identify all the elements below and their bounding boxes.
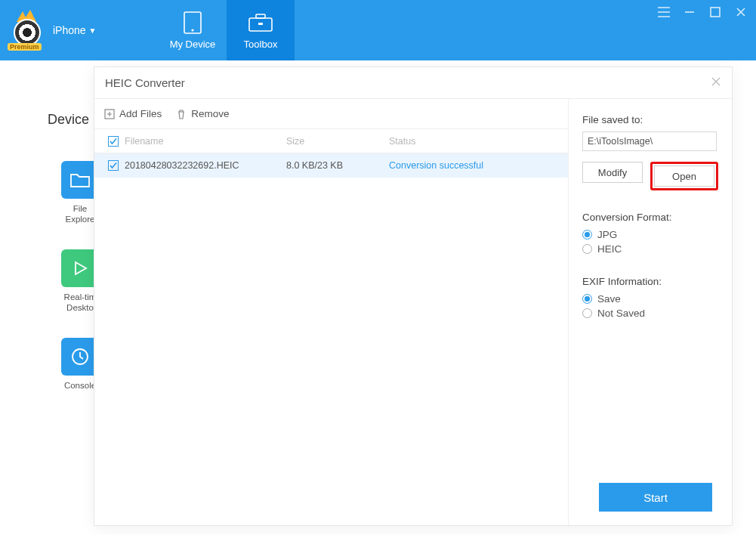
svg-rect-3	[256, 14, 265, 18]
device-name: iPhone	[53, 24, 86, 36]
briefcase-icon	[247, 11, 274, 34]
table-row[interactable]: 20180428032232692.HEIC 8.0 KB/23 KB Conv…	[94, 153, 568, 178]
svg-rect-5	[711, 8, 720, 17]
menu-icon[interactable]	[656, 5, 671, 20]
open-button[interactable]: Open	[654, 165, 714, 187]
col-filename: Filename	[123, 136, 286, 147]
dialog-toolbar: Add Files Remove	[94, 99, 568, 129]
window-controls	[656, 5, 748, 20]
col-status: Status	[389, 136, 568, 147]
dialog-title: HEIC Converter	[94, 67, 732, 99]
select-all-checkbox[interactable]	[108, 136, 119, 147]
svg-point-1	[191, 29, 193, 31]
table-header: Filename Size Status	[94, 129, 568, 153]
button-label: Remove	[191, 108, 229, 119]
add-files-button[interactable]: Add Files	[103, 108, 162, 119]
radio-exif-save[interactable]: Save	[582, 293, 721, 305]
dialog-left-pane: Add Files Remove Filename Size Status	[94, 99, 569, 525]
saved-to-label: File saved to:	[582, 114, 721, 125]
maximize-icon[interactable]	[708, 5, 723, 20]
tile-label: Real-tim Deskto	[64, 292, 97, 314]
dialog-right-pane: File saved to: E:\iTooIsImage\ Modify Op…	[569, 99, 732, 525]
path-buttons: Modify Open	[582, 162, 721, 190]
nav-tabs: My Device Toolbox	[159, 0, 295, 60]
start-button[interactable]: Start	[599, 483, 712, 512]
tile-label: File Explore	[66, 203, 95, 225]
col-size: Size	[286, 136, 389, 147]
close-icon[interactable]	[711, 75, 721, 91]
logo-area: Premium iPhone ▼	[0, 0, 159, 60]
conversion-format-section: Conversion Format: JPG HEIC	[582, 212, 721, 255]
row-checkbox[interactable]	[108, 160, 119, 171]
radio-heic[interactable]: HEIC	[582, 243, 721, 255]
tab-label: My Device	[170, 39, 216, 50]
modify-button[interactable]: Modify	[582, 162, 643, 183]
button-label: Add Files	[119, 108, 162, 119]
tile-label: Console	[64, 380, 96, 391]
tab-my-device[interactable]: My Device	[159, 0, 227, 60]
cell-filename: 20180428032232692.HEIC	[123, 160, 286, 171]
radio-exif-not-saved[interactable]: Not Saved	[582, 308, 721, 319]
close-icon[interactable]	[733, 5, 748, 20]
saved-to-path[interactable]: E:\iTooIsImage\	[582, 131, 717, 151]
dialog-body: Add Files Remove Filename Size Status	[94, 99, 732, 525]
chevron-down-icon: ▼	[89, 26, 97, 35]
exif-label: EXIF Information:	[582, 276, 721, 287]
content-area: Device File Explore Real-tim Deskto Cons…	[0, 60, 756, 535]
open-button-highlight: Open	[650, 162, 718, 190]
heic-converter-dialog: HEIC Converter Add Files Remove	[94, 66, 733, 526]
device-selector[interactable]: iPhone ▼	[53, 24, 97, 36]
premium-badge: Premium	[8, 43, 42, 51]
radio-icon	[582, 230, 592, 240]
app-header: Premium iPhone ▼ My Device Toolbox	[0, 0, 756, 60]
cell-size: 8.0 KB/23 KB	[286, 160, 389, 171]
radio-icon	[582, 244, 592, 254]
section-label-device: Device	[48, 112, 89, 128]
radio-icon	[582, 294, 592, 304]
radio-icon	[582, 308, 592, 318]
minimize-icon[interactable]	[682, 5, 697, 20]
remove-button[interactable]: Remove	[175, 108, 229, 119]
plus-square-icon	[103, 108, 115, 119]
radio-jpg[interactable]: JPG	[582, 229, 721, 240]
svg-marker-6	[76, 262, 86, 274]
tablet-icon	[179, 11, 206, 34]
svg-rect-4	[258, 23, 263, 25]
tab-toolbox[interactable]: Toolbox	[227, 0, 295, 60]
app-logo-icon: Premium	[9, 11, 47, 49]
tab-label: Toolbox	[244, 39, 278, 50]
format-label: Conversion Format:	[582, 212, 721, 223]
cell-status: Conversion successful	[389, 160, 568, 171]
exif-section: EXIF Information: Save Not Saved	[582, 276, 721, 319]
trash-icon	[175, 108, 187, 119]
